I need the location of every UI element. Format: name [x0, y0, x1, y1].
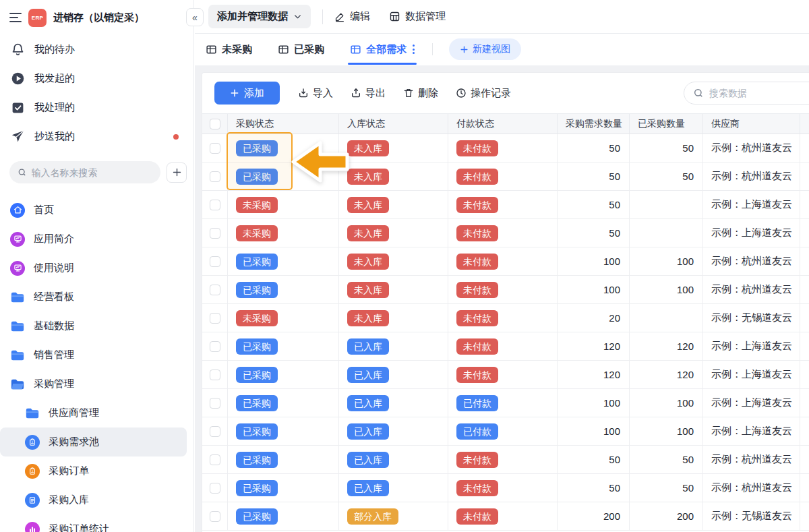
sidebar-item-label: 使用说明 [34, 262, 74, 274]
empty-cell [800, 361, 809, 388]
data-manage-button[interactable]: 数据管理 [389, 10, 446, 23]
status-badge: 已采购 [236, 282, 278, 298]
app-logo: ERP [28, 9, 47, 27]
table-row[interactable]: 未采购未入库未付款20示例：无锡道友云 [202, 304, 809, 332]
sidebar-search-input[interactable] [31, 167, 152, 178]
sidebar-item-base-data[interactable]: 基础数据 [0, 312, 187, 341]
import-icon [298, 88, 309, 98]
table-row[interactable]: 已采购未入库未付款5050示例：杭州道友云 [202, 134, 809, 162]
table-search-input[interactable] [709, 88, 809, 98]
row-checkbox[interactable] [210, 454, 220, 465]
row-checkbox[interactable] [210, 313, 220, 324]
new-view-button[interactable]: 新建视图 [449, 38, 521, 60]
row-checkbox[interactable] [210, 200, 220, 210]
table-row[interactable]: 已采购已入库已付款100100示例：上海道友云 [202, 417, 809, 446]
tab-purchased[interactable]: 已采购 [278, 34, 324, 65]
add-app-button[interactable] [167, 162, 187, 183]
tab-all-demands[interactable]: 全部需求 [350, 34, 415, 65]
sidebar-item-purchase-inbound[interactable]: 采购入库 [0, 485, 187, 514]
column-header[interactable]: 已采购数量 [630, 114, 703, 134]
row-checkbox[interactable] [210, 143, 220, 154]
sidebar-item-purchase-order-stats[interactable]: 采购订单统计 [0, 514, 187, 532]
view-manager-label: 添加并管理数据 [217, 10, 288, 23]
empty-cell [800, 276, 809, 303]
status-badge: 未付款 [456, 282, 498, 298]
sidebar-item-home[interactable]: 首页 [0, 196, 187, 225]
edit-button[interactable]: 编辑 [334, 10, 370, 23]
view-manager-dropdown[interactable]: 添加并管理数据 [208, 5, 311, 28]
sidebar-item-sales-mgmt[interactable]: 销售管理 [0, 341, 187, 370]
sidebar-item-handled-by-me[interactable]: 我处理的 [0, 93, 193, 122]
operation-history-button[interactable]: 操作记录 [456, 87, 511, 100]
sidebar-item-app-intro[interactable]: 应用简介 [0, 225, 187, 254]
table-header-row: 采购状态 入库状态 付款状态 采购需求数量 已采购数量 供应商 [202, 113, 809, 134]
table-row[interactable]: 未采购未入库未付款50示例：上海道友云 [202, 219, 809, 247]
clipboard-icon [25, 464, 40, 479]
column-header[interactable]: 付款状态 [448, 114, 558, 134]
table-panel: 添加 导入 导出 删除 操作记录 [202, 72, 809, 532]
column-header[interactable]: 入库状态 [339, 114, 448, 134]
select-all-checkbox[interactable] [210, 119, 220, 129]
row-checkbox[interactable] [210, 228, 220, 239]
row-checkbox[interactable] [210, 426, 220, 437]
table-row[interactable]: 已采购未入库未付款5050示例：杭州道友云 [202, 162, 809, 191]
sidebar-item-cc-to-me[interactable]: 抄送我的 [0, 122, 193, 151]
supplier-cell: 示例：杭州道友云 [703, 134, 800, 162]
add-record-button[interactable]: 添加 [214, 82, 280, 105]
table-row[interactable]: 已采购部分入库未付款200200示例：无锡道友云 [202, 502, 809, 531]
sidebar-search[interactable] [9, 161, 160, 183]
table-row[interactable]: 已采购已入库未付款120120示例：上海道友云 [202, 361, 809, 389]
row-checkbox[interactable] [210, 256, 220, 267]
status-badge: 未入库 [347, 254, 389, 270]
sidebar-item-my-todo[interactable]: 我的待办 [0, 35, 193, 64]
table-view-icon [350, 44, 361, 55]
row-checkbox[interactable] [210, 285, 220, 295]
export-button[interactable]: 导出 [351, 87, 386, 100]
column-header[interactable]: 采购状态 [228, 114, 339, 134]
supplier-cell: 示例：上海道友云 [703, 219, 800, 247]
table-row[interactable]: 已采购已入库未付款5050示例：杭州道友云 [202, 446, 809, 474]
folder-icon [10, 348, 25, 363]
status-badge: 未付款 [456, 169, 498, 185]
row-checkbox[interactable] [210, 370, 220, 380]
import-button[interactable]: 导入 [298, 87, 333, 100]
status-badge: 已采购 [236, 480, 278, 496]
status-badge: 未付款 [456, 452, 498, 468]
empty-cell [800, 446, 809, 473]
sidebar-item-usage-guide[interactable]: 使用说明 [0, 254, 187, 283]
sidebar-item-purchase-mgmt[interactable]: 采购管理 [0, 370, 187, 398]
row-checkbox[interactable] [210, 483, 220, 494]
sidebar-item-supplier-mgmt[interactable]: 供应商管理 [0, 398, 187, 427]
table-row[interactable]: 已采购未入库未付款100100示例：杭州道友云 [202, 247, 809, 276]
empty-cell [800, 389, 809, 417]
status-badge: 已采购 [236, 367, 278, 383]
row-checkbox[interactable] [210, 171, 220, 182]
sidebar: ERP 进销存（以销定采） 我的待办 我发起的 我处理的 抄送我的 首页 [0, 0, 194, 532]
table-row[interactable]: 已采购已入库已付款100100示例：上海道友云 [202, 389, 809, 417]
table-row[interactable]: 已采购未入库未付款100100示例：杭州道友云 [202, 276, 809, 304]
table-search[interactable] [684, 82, 809, 105]
search-icon [693, 88, 704, 98]
topbar: « 添加并管理数据 编辑 数据管理 [195, 0, 809, 34]
grid-icon [389, 11, 400, 22]
column-header[interactable]: 供应商 [703, 114, 800, 134]
delete-button[interactable]: 删除 [403, 87, 438, 100]
sidebar-item-purchase-demand-pool[interactable]: 采购需求池 [0, 427, 187, 456]
row-checkbox[interactable] [210, 341, 220, 352]
empty-cell [800, 417, 809, 445]
table-row[interactable]: 已采购已入库未付款5050示例：杭州道友云 [202, 474, 809, 502]
column-header[interactable]: 采购需求数量 [558, 114, 630, 134]
collapse-sidebar-button[interactable]: « [186, 8, 204, 26]
table-row[interactable]: 已采购已入库未付款120120示例：上海道友云 [202, 332, 809, 361]
sidebar-item-initiated-by-me[interactable]: 我发起的 [0, 64, 193, 93]
row-checkbox[interactable] [210, 511, 220, 522]
sidebar-item-purchase-order[interactable]: 采购订单 [0, 456, 187, 485]
table-row[interactable]: 未采购未入库未付款50示例：上海道友云 [202, 191, 809, 219]
tab-not-purchased[interactable]: 未采购 [206, 34, 252, 65]
menu-icon[interactable] [9, 10, 22, 25]
row-checkbox[interactable] [210, 398, 220, 409]
sidebar-item-dashboard[interactable]: 经营看板 [0, 283, 187, 312]
status-badge: 未入库 [347, 282, 389, 298]
more-vertical-icon[interactable] [413, 45, 415, 54]
quantity-cell [630, 191, 703, 218]
